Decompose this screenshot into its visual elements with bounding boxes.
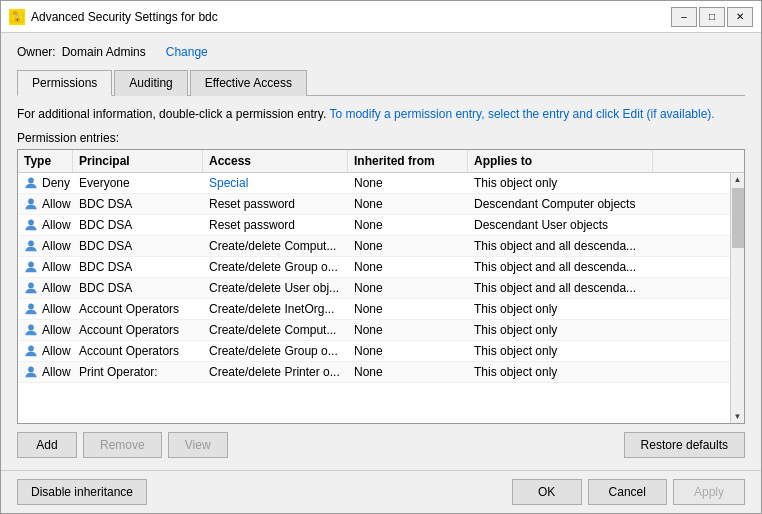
table-row[interactable]: AllowAccount OperatorsCreate/delete Grou… [18,341,730,362]
table-row[interactable]: AllowBDC DSAReset passwordNoneDescendant… [18,194,730,215]
cell-type: Allow [18,194,73,214]
cell-applies-to: This object and all descenda... [468,257,653,277]
cell-principal: Everyone [73,173,203,193]
cell-principal: Account Operators [73,299,203,319]
svg-text:🔒: 🔒 [13,13,22,22]
cell-inherited: None [348,194,468,214]
content-area: Owner: Domain Admins Change Permissions … [1,33,761,470]
view-button[interactable]: View [168,432,228,458]
cell-principal: BDC DSA [73,278,203,298]
cell-access: Reset password [203,215,348,235]
col-type: Type [18,150,73,172]
cell-inherited: None [348,257,468,277]
user-icon [24,281,38,295]
user-icon [24,176,38,190]
tab-auditing[interactable]: Auditing [114,70,187,96]
cell-access: Reset password [203,194,348,214]
col-scroll-space [653,150,673,172]
svg-point-11 [28,346,33,351]
scroll-thumb[interactable] [732,188,744,248]
ok-button[interactable]: OK [512,479,582,505]
cell-principal: BDC DSA [73,236,203,256]
svg-point-10 [28,325,33,330]
cell-inherited: None [348,362,468,382]
table-row[interactable]: AllowBDC DSACreate/delete User obj...Non… [18,278,730,299]
cell-principal: Account Operators [73,320,203,340]
title-bar: 🔒 Advanced Security Settings for bdc – □… [1,1,761,33]
user-icon [24,344,38,358]
table-row[interactable]: AllowPrint Operator:Create/delete Printe… [18,362,730,383]
cell-applies-to: This object only [468,173,653,193]
col-inherited: Inherited from [348,150,468,172]
svg-point-6 [28,241,33,246]
scrollbar[interactable]: ▲ ▼ [730,173,744,423]
owner-change-link[interactable]: Change [166,45,208,59]
svg-point-3 [28,178,33,183]
table-row[interactable]: AllowBDC DSAReset passwordNoneDescendant… [18,215,730,236]
table-row[interactable]: DenyEveryoneSpecialNoneThis object only [18,173,730,194]
cell-type: Allow [18,320,73,340]
cell-inherited: None [348,278,468,298]
window: 🔒 Advanced Security Settings for bdc – □… [0,0,762,514]
cell-access: Special [203,173,348,193]
table-row[interactable]: AllowAccount OperatorsCreate/delete Comp… [18,320,730,341]
cell-access: Create/delete Comput... [203,236,348,256]
apply-button[interactable]: Apply [673,479,745,505]
user-icon [24,365,38,379]
add-button[interactable]: Add [17,432,77,458]
permission-table: Type Principal Access Inherited from App… [17,149,745,424]
cell-type: Allow [18,341,73,361]
svg-point-9 [28,304,33,309]
remove-button[interactable]: Remove [83,432,162,458]
cell-access: Create/delete Group o... [203,341,348,361]
table-row[interactable]: AllowBDC DSACreate/delete Group o...None… [18,257,730,278]
cell-type: Allow [18,299,73,319]
cell-principal: Print Operator: [73,362,203,382]
window-title: Advanced Security Settings for bdc [31,10,671,24]
cell-applies-to: This object only [468,299,653,319]
col-principal: Principal [73,150,203,172]
cell-inherited: None [348,173,468,193]
owner-value: Domain Admins [62,45,146,59]
svg-point-4 [28,199,33,204]
col-applies: Applies to [468,150,653,172]
col-access: Access [203,150,348,172]
close-button[interactable]: ✕ [727,7,753,27]
cell-access: Create/delete Group o... [203,257,348,277]
restore-defaults-button[interactable]: Restore defaults [624,432,745,458]
svg-point-12 [28,367,33,372]
tab-permissions[interactable]: Permissions [17,70,112,96]
cell-principal: Account Operators [73,341,203,361]
scroll-up-arrow[interactable]: ▲ [731,173,745,187]
cell-principal: BDC DSA [73,215,203,235]
cell-inherited: None [348,299,468,319]
user-icon [24,218,38,232]
table-body[interactable]: DenyEveryoneSpecialNoneThis object only … [18,173,730,423]
user-icon [24,302,38,316]
table-row[interactable]: AllowAccount OperatorsCreate/delete Inet… [18,299,730,320]
cell-type: Allow [18,278,73,298]
cell-applies-to: This object and all descenda... [468,278,653,298]
cell-type: Deny [18,173,73,193]
cell-type: Allow [18,236,73,256]
owner-label: Owner: [17,45,56,59]
cell-applies-to: This object only [468,320,653,340]
owner-row: Owner: Domain Admins Change [17,45,745,59]
cell-inherited: None [348,236,468,256]
minimize-button[interactable]: – [671,7,697,27]
table-row[interactable]: AllowBDC DSACreate/delete Comput...NoneT… [18,236,730,257]
info-text: For additional information, double-click… [17,106,745,123]
tabs-bar: Permissions Auditing Effective Access [17,69,745,96]
cell-inherited: None [348,320,468,340]
cancel-button[interactable]: Cancel [588,479,667,505]
cell-inherited: None [348,341,468,361]
cell-type: Allow [18,362,73,382]
title-bar-controls: – □ ✕ [671,7,753,27]
tab-effective-access[interactable]: Effective Access [190,70,307,96]
maximize-button[interactable]: □ [699,7,725,27]
cell-applies-to: This object and all descenda... [468,236,653,256]
cell-type: Allow [18,257,73,277]
user-icon [24,260,38,274]
scroll-down-arrow[interactable]: ▼ [731,409,745,423]
disable-inheritance-button[interactable]: Disable inheritance [17,479,147,505]
